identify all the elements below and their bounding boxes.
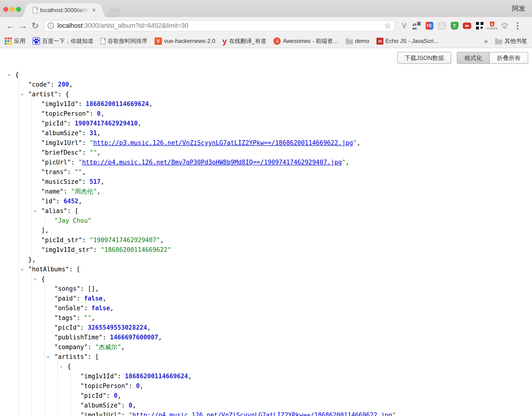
tab-close-icon[interactable]: × bbox=[92, 7, 96, 13]
profile-name[interactable]: 阿发 bbox=[512, 4, 525, 13]
json-key: "trans" bbox=[41, 168, 67, 175]
bookmark-item[interactable]: y在线翻译_有道 bbox=[222, 37, 266, 45]
collapse-triangle-icon[interactable]: ▼ bbox=[34, 207, 36, 216]
json-line: ], bbox=[41, 226, 532, 235]
json-url-link[interactable]: http://p4.music.126.net/8mv7qP30Pd3oHW8b… bbox=[82, 159, 342, 166]
fe-extension-icon[interactable]: FE bbox=[425, 21, 434, 31]
json-line: ▼"artist": { bbox=[28, 89, 532, 99]
json-key: "img1v1Url" bbox=[41, 139, 82, 146]
collapse-triangle-icon[interactable]: ▼ bbox=[60, 362, 62, 372]
format-button[interactable]: 格式化 bbox=[457, 52, 490, 63]
folder-icon bbox=[346, 39, 353, 44]
collapse-triangle-icon[interactable]: ▼ bbox=[47, 352, 49, 362]
json-value-num: 31 bbox=[90, 129, 97, 137]
json-value-num: 0 bbox=[114, 392, 118, 399]
bookmarks-overflow-icon[interactable]: » bbox=[484, 37, 488, 45]
json-line: "tags": "", bbox=[54, 313, 532, 323]
sitemap-extension-icon[interactable]: 品 bbox=[437, 21, 446, 31]
json-key: "onSale" bbox=[54, 305, 84, 312]
view-mode-toggle: 格式化 折叠所有 bbox=[457, 52, 528, 64]
bookmark-label: 应用 bbox=[14, 37, 25, 45]
json-value-num: 6452 bbox=[64, 198, 78, 205]
forward-icon[interactable]: → bbox=[17, 21, 29, 31]
json-line: ▼{ bbox=[41, 274, 532, 284]
json-line: "songs": [], bbox=[54, 284, 532, 294]
site-info-icon[interactable]: i bbox=[48, 22, 54, 29]
awesomes-icon: A bbox=[273, 38, 281, 45]
json-line: "Jay Chou" bbox=[54, 216, 532, 226]
page-favicon-icon bbox=[33, 7, 38, 13]
json-value-num: 0 bbox=[136, 382, 140, 389]
url-text[interactable]: localhost:3000/artist_album?id=6452&limi… bbox=[57, 22, 384, 29]
json-url-link[interactable]: http://p4.music.126.net/VnZiScyynLG7atLI… bbox=[132, 412, 392, 416]
bookmark-item[interactable]: demo bbox=[346, 38, 369, 44]
collapse-all-button[interactable]: 折叠所有 bbox=[490, 52, 528, 63]
window-controls bbox=[3, 7, 21, 12]
json-line: "img1v1Id_str": "18686200114669622" bbox=[41, 245, 532, 255]
download-json-button[interactable]: 下载JSON数据 bbox=[397, 52, 451, 64]
fast-forward-extension-icon[interactable]: ▶▶ bbox=[463, 21, 472, 31]
json-key: "paid" bbox=[54, 295, 76, 302]
json-value-bool: false bbox=[92, 305, 110, 312]
json-viewer: ▼{"code": 200,▼"artist": {"img1v1Id": 18… bbox=[15, 70, 532, 416]
json-line: ▼"hotAlbums": [ bbox=[28, 264, 532, 274]
page-icon bbox=[101, 38, 105, 44]
json-children: "img1v1Id": 18686200114669624,"topicPers… bbox=[70, 371, 532, 416]
json-key: "musicSize" bbox=[41, 178, 82, 185]
fullscreen-window-button[interactable] bbox=[16, 7, 21, 12]
extensions-row: V英en⇄FE品T▶▶5PLAYER bbox=[400, 21, 522, 31]
json-key: "publishTime" bbox=[54, 334, 103, 341]
json-line: ▼"artists": [ bbox=[54, 352, 532, 362]
json-value-string: "18686200114669622" bbox=[101, 246, 171, 253]
bookmark-item[interactable]: 谷歌按时间排序 bbox=[101, 37, 147, 45]
bookmark-star-icon[interactable]: ☆ bbox=[384, 21, 391, 30]
bookmark-label: 在线翻译_有道 bbox=[229, 37, 266, 45]
menu-dots-extension-icon[interactable] bbox=[513, 21, 522, 31]
url-path: :3000/artist_album?id=6452&limit=30 bbox=[83, 22, 189, 29]
other-bookmarks[interactable]: 其他书签 bbox=[495, 37, 527, 45]
json-key: "picId" bbox=[80, 392, 106, 399]
html5-player-extension-icon[interactable]: 5PLAYER bbox=[488, 21, 497, 31]
json-value-string: "杰威尔" bbox=[95, 343, 121, 350]
v-extension-icon[interactable]: V bbox=[400, 21, 409, 31]
collapse-triangle-icon[interactable]: ▼ bbox=[21, 265, 23, 275]
bookmarks-bar: 应用百度一下，你就知道谷歌按时间排序Vvue-hackernews-2.0y在线… bbox=[0, 34, 532, 48]
address-bar[interactable]: i localhost:3000/artist_album?id=6452&li… bbox=[44, 20, 395, 31]
bookmark-item[interactable]: AAwesomes - 前端资… bbox=[273, 37, 338, 45]
json-url-link[interactable]: http://p3.music.126.net/VnZiScyynLG7atLI… bbox=[93, 139, 353, 146]
bookmark-item[interactable]: JSEcho JS - JavaScri… bbox=[377, 38, 439, 45]
close-window-button[interactable] bbox=[3, 7, 8, 12]
json-key: "img1v1Id_str" bbox=[41, 246, 93, 253]
json-key: "albumSize" bbox=[80, 402, 121, 409]
json-children: ▼{"songs": [],"paid": false,"onSale": fa… bbox=[31, 274, 532, 416]
json-key: "name" bbox=[41, 188, 64, 195]
bookmark-item[interactable]: Vvue-hackernews-2.0 bbox=[155, 38, 215, 45]
collapse-triangle-icon[interactable]: ▼ bbox=[8, 70, 10, 80]
json-line: ▼{ bbox=[15, 70, 532, 80]
translate-extension-icon[interactable]: 英en⇄ bbox=[412, 21, 421, 31]
minimize-window-button[interactable] bbox=[10, 7, 15, 12]
json-value-string: "19097417462929407" bbox=[90, 236, 160, 243]
json-line: "picId": 19097417462929410, bbox=[41, 119, 532, 128]
new-tab-button[interactable] bbox=[107, 9, 120, 16]
reload-icon[interactable]: ↻ bbox=[29, 21, 41, 31]
tab-strip: localhost:3000/artist_album?id × 阿发 bbox=[0, 0, 532, 17]
json-key: "img1v1Id" bbox=[41, 100, 78, 107]
back-icon[interactable]: ← bbox=[4, 21, 17, 31]
collapse-triangle-icon[interactable]: ▼ bbox=[21, 90, 23, 100]
paw-extension-icon[interactable] bbox=[500, 21, 509, 31]
tab-title: localhost:3000/artist_album?id bbox=[40, 7, 91, 13]
bookmark-item[interactable]: 应用 bbox=[5, 37, 25, 45]
collapse-triangle-icon[interactable]: ▼ bbox=[34, 275, 36, 284]
shield-t-extension-icon[interactable]: T bbox=[450, 21, 459, 31]
json-value-string: "" bbox=[75, 168, 82, 175]
json-key: "picUrl" bbox=[41, 159, 71, 166]
json-line: "picId_str": "19097417462929407", bbox=[41, 235, 532, 245]
bookmark-label: vue-hackernews-2.0 bbox=[164, 38, 215, 44]
bookmark-item[interactable]: 百度一下，你就知道 bbox=[32, 37, 93, 45]
browser-tab[interactable]: localhost:3000/artist_album?id × bbox=[28, 3, 99, 17]
json-viewer-actions: 下载JSON数据 格式化 折叠所有 bbox=[0, 48, 532, 64]
json-line: "picUrl": "http://p4.music.126.net/8mv7q… bbox=[41, 157, 532, 167]
json-key: "picId_str" bbox=[41, 236, 82, 243]
qr-code-extension-icon[interactable] bbox=[475, 21, 484, 31]
